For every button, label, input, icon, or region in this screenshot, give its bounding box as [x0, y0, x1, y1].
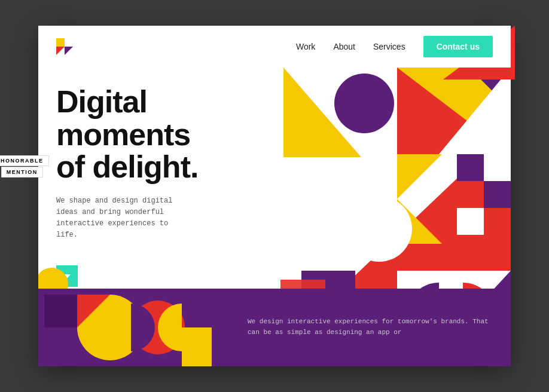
website-card: Work About Services Contact us Digital m…	[38, 26, 511, 366]
nav-work[interactable]: Work	[296, 42, 315, 51]
nav-services[interactable]: Services	[373, 42, 405, 51]
ribbon-line1: HONORABLE	[0, 155, 49, 166]
svg-rect-19	[484, 181, 511, 208]
logo	[56, 38, 73, 55]
svg-rect-18	[457, 181, 484, 208]
nav-links: Work About Services Contact us	[296, 36, 493, 57]
svg-rect-38	[38, 327, 77, 366]
svg-marker-3	[65, 47, 73, 55]
svg-marker-37	[182, 327, 212, 366]
svg-rect-21	[484, 208, 511, 235]
hero-title-line3: of delight.	[56, 149, 198, 184]
hero-title-line2: moments	[56, 117, 190, 152]
purple-bottom-section: We design interactive experiences for to…	[38, 289, 511, 366]
bottom-shapes	[38, 289, 230, 366]
nav-about[interactable]: About	[333, 42, 355, 51]
contact-button[interactable]: Contact us	[423, 36, 493, 57]
purple-description: We design interactive experiences for to…	[248, 317, 493, 338]
svg-rect-32	[44, 295, 77, 327]
svg-rect-16	[457, 154, 484, 181]
svg-rect-20	[457, 208, 484, 235]
ribbon-line2: MENTION	[1, 167, 43, 177]
svg-point-15	[346, 196, 412, 262]
hero-subtitle: We shape and design digital ideas and br…	[56, 195, 188, 241]
svg-marker-13	[397, 154, 442, 199]
svg-rect-1	[56, 38, 65, 47]
hero-title-line1: Digital	[56, 84, 147, 119]
hero-title: Digital moments of delight.	[56, 85, 242, 183]
honorable-mention-ribbon: HONORABLE MENTION	[0, 155, 49, 177]
bottom-shapes-svg	[38, 289, 230, 366]
svg-marker-2	[56, 47, 65, 55]
logo-icon	[56, 38, 73, 55]
svg-point-7	[334, 74, 394, 133]
navbar: Work About Services Contact us	[38, 26, 511, 68]
svg-rect-17	[484, 154, 511, 181]
purple-text-area: We design interactive experiences for to…	[230, 317, 511, 338]
